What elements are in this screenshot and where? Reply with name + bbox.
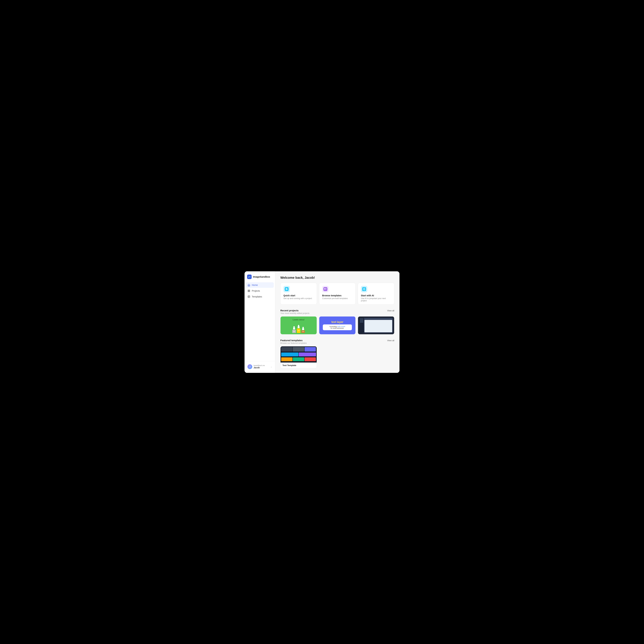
sidebar-item-projects-label: Projects: [252, 290, 260, 292]
avatar-initials: J: [249, 366, 250, 368]
template-cards-row: Test Template: [280, 346, 394, 368]
template-card-footer-1: Test Template: [281, 363, 317, 368]
project-cards-row: Lewis wins! 2nd 1st 3rd: [280, 316, 394, 334]
podium-3rd: 3rd: [301, 328, 305, 333]
sidebar-footer: J hayat@jach.me Jacob ⌄: [245, 361, 275, 370]
dash-top-bar: [364, 318, 392, 319]
template-thumb-grid: [281, 346, 317, 363]
tpl-cell-7: [293, 357, 304, 361]
sidebar-item-home-label: Home: [252, 284, 258, 286]
svg-rect-11: [286, 288, 286, 289]
browse-templates-desc: Customize pre-built templates: [322, 297, 353, 300]
tpl-cell-3: [305, 347, 316, 352]
project-card-2[interactable]: text layer Accounting made simplefor sma…: [319, 316, 356, 334]
leaderboard-title: Lewis wins!: [293, 318, 305, 321]
recent-projects-header: Recent projects Your most recently edite…: [280, 309, 394, 314]
sidebar-item-templates[interactable]: Templates: [246, 294, 274, 299]
home-icon: [247, 284, 250, 286]
ai-icon: [362, 287, 366, 291]
podium-2nd: 2nd: [292, 327, 296, 333]
template-thumb-1: [281, 346, 317, 363]
recent-projects-view-all[interactable]: View all: [387, 309, 394, 312]
svg-rect-6: [249, 291, 250, 292]
project-thumb-1: Lewis wins! 2nd 1st 3rd: [281, 317, 317, 334]
figure-3rd: [302, 328, 304, 330]
page-title: Welcome back, Jacob!: [280, 276, 394, 280]
template-name-1: Test Template: [282, 364, 315, 367]
dash-sidebar-item-2: [360, 320, 363, 320]
action-cards-row: Quick start Get up and running with a pr…: [280, 283, 394, 305]
project-thumb-2: text layer Accounting made simplefor sma…: [319, 317, 355, 334]
figure-2nd: [293, 327, 295, 329]
chevron-down-icon: ⌄: [271, 366, 272, 368]
recent-projects-subtitle: Your most recently edited projects: [280, 312, 309, 314]
start-ai-desc: Use AI to jumpstart your next project: [361, 297, 391, 302]
template-card-1[interactable]: Test Template: [280, 346, 317, 368]
action-card-browse-templates[interactable]: Browse templates Customize pre-built tem…: [319, 283, 356, 305]
app-window: ImageSandbox Home: [245, 271, 399, 373]
dash-sidebar-item-1: [360, 318, 363, 319]
browse-icon: [323, 287, 327, 291]
dash-sidebar-item-3: [360, 321, 363, 321]
dash-sidebar: [359, 318, 364, 333]
svg-point-19: [364, 289, 364, 289]
text-layer-sub: Accounting made simplefor small business…: [323, 324, 352, 330]
svg-rect-16: [324, 289, 325, 290]
project-card-3[interactable]: My great project ⏱ Last edited 3 hours a…: [358, 316, 394, 334]
ai-icon-bg: [361, 286, 367, 292]
featured-templates-title: Featured templates: [280, 339, 307, 342]
svg-rect-5: [248, 291, 249, 292]
tpl-cell-2: [293, 347, 304, 352]
svg-point-2: [249, 276, 250, 277]
main-content: Welcome back, Jacob! Quick start Get up …: [275, 271, 399, 373]
sidebar-item-templates-label: Templates: [252, 295, 262, 298]
featured-templates-header: Featured templates Browse our featured t…: [280, 339, 394, 344]
svg-rect-3: [248, 290, 249, 291]
user-menu[interactable]: J hayat@jach.me Jacob ⌄: [246, 363, 273, 370]
browse-icon-bg: [322, 286, 329, 292]
podium-1st: 1st: [297, 326, 300, 333]
quick-start-desc: Get up and running with a project: [283, 297, 314, 300]
quick-start-icon-bg: [283, 286, 290, 292]
recent-projects-title: Recent projects: [280, 309, 309, 312]
featured-templates-view-all[interactable]: View all: [387, 339, 394, 342]
template-icon: [247, 295, 250, 298]
grid-icon: [247, 289, 250, 292]
block-3rd: 3rd: [301, 330, 305, 333]
browse-templates-title: Browse templates: [322, 294, 353, 297]
user-info: hayat@jach.me Jacob: [254, 365, 269, 369]
avatar: J: [247, 364, 252, 369]
figure-1st: [298, 326, 300, 328]
dash-content-area: [364, 320, 392, 332]
svg-rect-13: [323, 287, 327, 291]
dash-sidebar-item-4: [360, 322, 363, 322]
tpl-cell-6: [281, 357, 292, 361]
block-2nd: 2nd: [292, 330, 296, 333]
svg-rect-14: [324, 288, 325, 289]
svg-rect-12: [286, 289, 286, 290]
featured-templates-heading: Featured templates Browse our featured t…: [280, 339, 307, 344]
tpl-cell-4: [281, 353, 298, 356]
sidebar-item-projects[interactable]: Projects: [246, 288, 274, 294]
app-name: ImageSandbox: [253, 275, 270, 278]
action-card-start-ai[interactable]: Start with AI Use AI to jumpstart your n…: [358, 283, 394, 305]
user-email: hayat@jach.me: [254, 365, 269, 366]
tpl-cell-1: [281, 347, 292, 352]
user-name: Jacob: [254, 366, 269, 369]
svg-rect-7: [248, 296, 250, 298]
svg-rect-15: [326, 288, 327, 289]
app-logo-icon: [247, 275, 252, 279]
dash-main: [364, 318, 393, 333]
dashboard-mockup: [359, 318, 393, 333]
sidebar-item-home[interactable]: Home: [246, 282, 274, 288]
project-thumb-3: [358, 317, 394, 334]
text-layer-heading: text layer: [331, 320, 343, 324]
tpl-cell-5: [299, 353, 316, 356]
action-card-quick-start[interactable]: Quick start Get up and running with a pr…: [280, 283, 317, 305]
start-ai-title: Start with AI: [361, 294, 391, 297]
quick-start-title: Quick start: [283, 294, 314, 297]
project-card-1[interactable]: Lewis wins! 2nd 1st 3rd: [280, 316, 317, 334]
featured-templates-subtitle: Browse our featured templates: [280, 342, 307, 344]
sidebar-nav: Home Projects: [245, 282, 275, 360]
svg-rect-17: [326, 289, 327, 290]
